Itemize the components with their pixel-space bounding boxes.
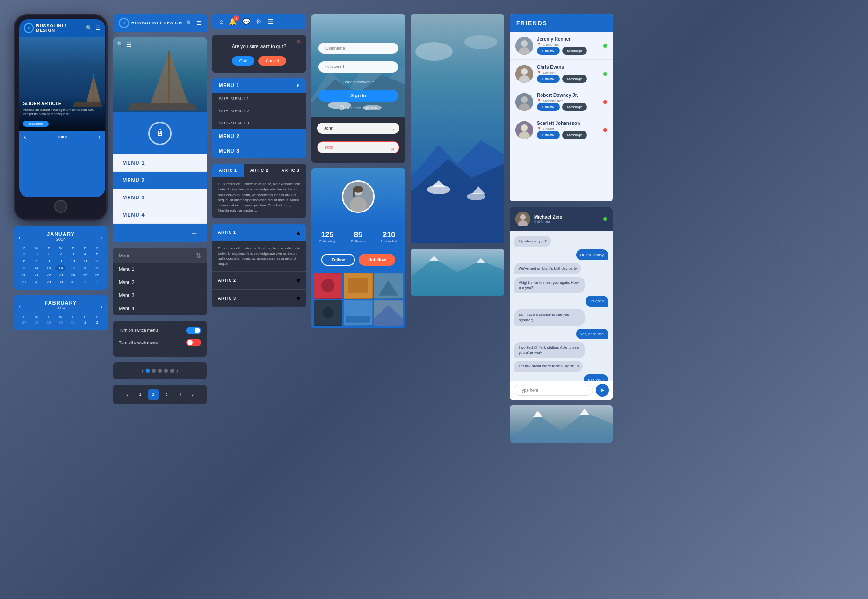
nav-arrow-right-icon[interactable]: → [191,229,197,237]
nav-menu-2[interactable]: MENU 2 [113,172,207,189]
menu-item-1[interactable]: Menu 1 [113,263,207,276]
chat-input[interactable] [514,385,593,396]
tab-artic1[interactable]: ARTIC 1 [212,164,244,177]
password-input[interactable] [318,61,398,73]
keepme-checkbox[interactable] [340,105,344,110]
cal-day-24[interactable]: 24 [67,272,79,278]
page-4-btn[interactable]: 4 [174,389,185,400]
cal-day-29[interactable]: 29 [43,279,54,285]
signin-button[interactable]: Sign In [318,90,398,102]
menu-arrows-icon[interactable]: ⇅ [195,252,201,259]
nav-menu-1[interactable]: MENU 1 [113,154,207,172]
cal-day-5[interactable]: 5 [92,251,103,257]
nav-list-icon[interactable]: ☰ [126,41,132,48]
cal-prev-feb[interactable]: ‹ [19,303,21,310]
photo-thumb-5[interactable] [344,300,372,326]
feb-day-27[interactable]: 27 [19,320,30,326]
cal-day-30[interactable]: 30 [19,251,30,257]
cal-prev-jan[interactable]: ‹ [19,234,21,241]
message-jeremy-btn[interactable]: Message [562,47,586,55]
cal-day-11[interactable]: 11 [80,258,91,264]
cal-day-30b[interactable]: 30 [55,279,66,285]
nav-search-icon[interactable]: 🔍 [117,41,123,48]
feb-day-31[interactable]: 31 [67,320,79,326]
cal-day-10[interactable]: 10 [67,258,79,264]
valid-input[interactable] [317,123,399,134]
acc-art-collapsed-2[interactable]: ARTIC 2 ▾ [212,271,306,289]
page-1-btn[interactable]: 1 [135,389,145,400]
nav-menu-3[interactable]: MENU 3 [113,189,207,206]
cal-next-jan[interactable]: › [101,234,103,241]
message-scarlett-btn[interactable]: Message [562,131,586,139]
page-2-btn[interactable]: 2 [148,389,159,400]
forget-password-text[interactable]: Forget password ? [318,80,398,84]
message-robert-btn[interactable]: Message [562,103,586,111]
home-icon[interactable]: ⌂ [219,18,223,25]
cal-day-18[interactable]: 18 [80,265,91,271]
phone-home-button[interactable] [54,200,67,213]
cal-day-25[interactable]: 25 [80,272,91,278]
chat-icon[interactable]: 💬 [242,18,250,25]
photo-thumb-3[interactable] [374,273,403,299]
feb-day-2[interactable]: 2 [92,320,103,326]
cal-day-26[interactable]: 26 [92,272,103,278]
page-next-btn[interactable]: › [188,389,198,400]
cal-day-19[interactable]: 19 [92,265,103,271]
cancel-button[interactable]: Cancel [258,56,286,66]
read-more-button[interactable]: Read more [23,121,49,127]
cal-day-27[interactable]: 27 [19,279,30,285]
cal-day-23[interactable]: 23 [55,272,66,278]
accordion-sub3[interactable]: SUB-MENU 3 [212,117,306,129]
follow-scarlett-btn[interactable]: Follow [537,131,560,139]
cal-day-8[interactable]: 8 [43,258,54,264]
accordion-menu3[interactable]: MENU 3 [212,144,306,158]
cal-next-feb[interactable]: › [101,303,103,310]
cal-day-21[interactable]: 21 [31,272,42,278]
page-prev-btn[interactable]: ‹ [122,389,132,400]
cal-day-6[interactable]: 6 [19,258,30,264]
cal-day-3[interactable]: 3 [67,251,79,257]
cal-day-20[interactable]: 20 [19,272,30,278]
phone-menu-icon[interactable]: ☰ [95,25,101,31]
phone-search-icon[interactable]: 🔍 [86,25,93,31]
follow-chris-btn[interactable]: Follow [537,75,560,83]
feb-day-29[interactable]: 29 [43,320,54,326]
cal-day-2b[interactable]: 2 [92,279,103,285]
list-icon[interactable]: ☰ [268,18,274,25]
send-button[interactable]: ➤ [596,384,609,397]
cal-day-13[interactable]: 13 [19,265,30,271]
cal-day-16-today[interactable]: 16 [55,265,66,271]
top-menu-icon[interactable]: ☰ [196,20,201,26]
cal-day-12[interactable]: 12 [92,258,103,264]
settings-icon[interactable]: ⚙ [256,18,262,25]
follow-robert-btn[interactable]: Follow [537,103,560,111]
feb-day-28[interactable]: 28 [31,320,42,326]
cal-day-2[interactable]: 2 [55,251,66,257]
unfollow-profile-button[interactable]: Unfollow [359,254,395,266]
username-input[interactable] [318,43,398,54]
cal-day-14[interactable]: 14 [31,265,42,271]
accordion-sub1[interactable]: SUB-MENU 1 [212,93,306,105]
cal-day-4[interactable]: 4 [80,251,91,257]
cal-day-31b[interactable]: 31 [67,279,79,285]
cal-day-7[interactable]: 7 [31,258,42,264]
photo-thumb-6[interactable] [374,300,403,326]
cal-day-31[interactable]: 31 [31,251,42,257]
bell-icon[interactable]: 🔔 3 [229,18,237,25]
menu-item-3[interactable]: Menu 3 [113,289,207,302]
photo-thumb-1[interactable] [314,273,342,299]
accordion-sub2[interactable]: SUB-MENU 2 [212,105,306,117]
quit-button[interactable]: Quit [232,56,255,66]
toggle-on[interactable] [186,327,201,334]
cal-day-22[interactable]: 22 [43,272,54,278]
top-search-icon[interactable]: 🔍 [186,20,193,26]
accordion-menu2[interactable]: MENU 2 [212,129,306,144]
modal-close-icon[interactable]: ✕ [297,38,301,45]
accordion-menu1[interactable]: MENU 1 ▾ [212,78,306,93]
cal-day-1[interactable]: 1 [43,251,54,257]
follow-jeremy-btn[interactable]: Follow [537,47,560,55]
page-3-btn[interactable]: 3 [161,389,172,400]
cal-day-1b[interactable]: 1 [80,279,91,285]
pag-prev-icon[interactable]: ‹ [141,367,144,374]
acc-art-collapsed-3[interactable]: ARTIC 3 ▾ [212,289,306,307]
